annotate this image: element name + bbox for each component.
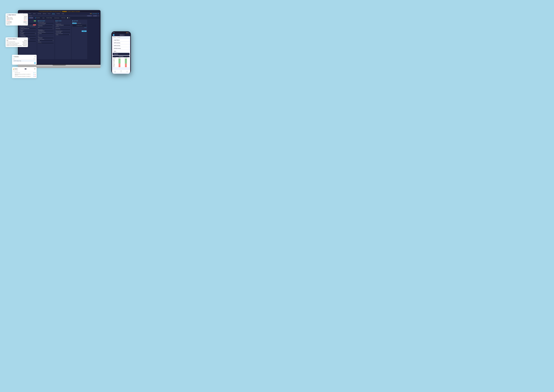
subnav-party-master[interactable]: 👥 Party Master [34,17,41,19]
phone: 17:16 📶 📡 65% ‹ Business 1 2023-24 Oct-2… [111,31,131,74]
responsible-person-value[interactable]: SUBBA RAO SIMHAGIRI [55,24,70,26]
trade-name-value[interactable]: AUTOCON ENGINEERS [38,23,54,24]
subnav-import[interactable]: ↑ Import [41,17,45,19]
designation-value[interactable] [55,27,70,28]
table-row: Liability (GSTR3B) 41617.24 [7,18,27,20]
ledger-card-header: 📊 Ledger Balances As On 31-10 [7,14,27,15]
badge-due: Due [119,64,120,65]
help-icon[interactable]: ? [98,15,99,16]
gstin-value[interactable]: 29APPPS006TP1Z7 [38,30,54,32]
phone-screen: ‹ Business 1 2023-24 Oct-2023 Ledger Bal… [112,34,130,74]
gst-user-id-value[interactable]: AUTOCON_ENG [55,32,70,33]
gstin-label: GSTIN (required) [38,29,54,30]
nav-itc04[interactable]: ITC-04 [48,13,51,14]
other-details-card: Other Details File No Responsible Person… [55,20,71,59]
tax-payer-type-select[interactable]: Normal▼ [55,34,70,35]
phone-time: 17:16 [113,32,115,33]
phone-menu-filing-dates[interactable]: Filing Dates ⌄ [113,53,130,55]
pan-row: PAN APPPS006TP [38,36,54,39]
choose-file-button[interactable]: Choose File [72,23,76,24]
business-type-select[interactable]: Proprietorship▼ [38,25,54,27]
update-button[interactable]: UPDATE [82,30,87,32]
phone-year-selector[interactable]: 2023-24 [113,37,117,38]
checklist-close-icon[interactable]: ✕ [34,56,36,58]
cin-value[interactable]: CIN Number [38,42,54,44]
phone-nav-tools[interactable]: ⚙ Tools [120,70,122,72]
notice-card: 🔔 Notice 3/5 ▼ Sl Description Registrati… [12,67,37,78]
subnav-bulk-download[interactable]: ↓ Bulk Download [53,17,60,19]
upload-type-select[interactable]: Both▼ [38,40,54,41]
bell-icon[interactable]: 🔔 [90,13,91,14]
phone-nav-home[interactable]: ⌂ Home [114,70,116,72]
breadcrumb-assessee[interactable]: Assessee [29,15,32,16]
nav-einvoice[interactable]: E-Invoice [56,13,60,14]
notice-check-icon[interactable]: ✓ [35,72,36,73]
status-select[interactable]: ▼ [38,28,54,29]
tools-icon: ⚙ [121,70,122,71]
pan-value[interactable]: APPPS006TP [38,37,54,39]
reg-date-value[interactable]: 01-07-2017 [38,33,54,34]
notice-minimize-icon[interactable]: ▼ [34,68,36,70]
phone-outer: 17:16 📶 📡 65% ‹ Business 1 2023-24 Oct-2… [111,31,131,74]
filing-row-aug: Aug Due Due [113,63,130,65]
turnover-card-title: 📊 Turnover Balances [7,38,17,39]
phone-back-button[interactable]: ‹ [113,34,114,36]
nav-eway[interactable]: e-Way [61,13,64,14]
phone-menu-ledger-balance[interactable]: Ledger Balance › [113,39,130,41]
alt-mobile-value[interactable]: Alternate Mobile [55,29,70,30]
nav-gstr3b[interactable]: GSTR 3B [37,13,42,14]
logo-details-title: Logo Details [72,21,87,21]
phone-nav-profile[interactable]: ↓ Profile [126,70,128,72]
reg-date-label: Registration Date (required) [38,32,54,33]
phone-menu-gstr3b-summary[interactable]: GSTR3B Summary › [113,47,130,50]
sub-nav: 📊 GSTR Dashboard 👤 Assessee 👥 Party Mast… [19,17,100,19]
business-details-title: Business Details [38,21,54,21]
state-row: State (required) Karnataka▼ [20,32,36,34]
filing-row-jun: Jun Filed Filed [113,61,130,62]
checklist-title: ☑ Checklist [13,56,19,57]
notice-info-icon2[interactable]: ℹ [33,74,35,75]
tan-value[interactable] [38,35,54,36]
preview-link[interactable]: Preview [72,27,87,28]
state-select[interactable]: Karnataka▼ [20,33,36,34]
nav-reports[interactable]: Reports [52,13,55,14]
chevron-right-icon: › [128,40,128,41]
get-filed-data-button[interactable]: Get Filed Data [113,56,130,57]
notice-up-icon[interactable]: ▲ [35,74,36,75]
subnav-mail-setup[interactable]: ✉ Mail Setup [61,17,66,19]
subnav-option-settings[interactable]: ⚙ Option Settings [46,17,53,19]
nav-gstr2[interactable]: GSTR 2 [33,13,36,14]
place-value[interactable]: Bangalore (Bangalore) Urban [20,28,36,29]
table-row: Difference 0.00 [7,23,27,25]
notice-bell-icon: 🔔 [13,68,14,70]
table-row: ITC (GSTR3B) 132668.18 [7,22,27,23]
phone-month-selector[interactable]: Oct-2023 [117,37,121,38]
mobile-value[interactable]: +91 9341445816 [20,35,36,37]
profile-icon: ↓ [127,70,127,71]
phone-menu-notice[interactable]: Notice › [113,50,130,53]
trial-cta[interactable]: Click here [62,11,67,12]
pin-value[interactable]: 560081 [20,30,36,32]
pin-label: PIN (required) [20,30,36,30]
gst-user-id-label: GSTN User ID (required) [55,31,70,31]
phone-menu-gstr2-summary[interactable]: GSTR2 Summary › [113,44,130,47]
file-no-value[interactable] [55,23,70,23]
notice-up-icon2[interactable]: ▲ [35,76,36,77]
month-selector[interactable]: Oct 2023 ▼ [93,15,97,16]
nav-gstr1[interactable]: GSTR 1 [28,13,32,14]
badge-filed4: Filed [125,60,127,61]
nav-gstr9c[interactable]: GSTR 9C [42,13,47,14]
subnav-notes[interactable]: 📝 Notes [67,17,71,19]
fy-selector[interactable]: FY 2023-24 ▼ [87,15,92,16]
phone-menu-gstr1-summary[interactable]: GSTR1 Summary › [113,42,130,44]
add-checklist-button[interactable]: + [34,62,36,64]
subnav-assessee[interactable]: 👤 Assessee [28,17,34,19]
notice-info-icon3[interactable]: ℹ [33,76,35,77]
logo-row: Logo Choose File No file chosen [72,22,87,24]
notice-info-icon[interactable]: ℹ [33,72,35,73]
avatar[interactable]: 👤 [98,13,99,14]
checklist-col-status: Status [34,58,36,59]
table-row: Liability (GSTR1) 42869.12 [7,17,27,19]
reg-date-row: Registration Date (required) 01-07-2017 [38,32,54,34]
sun-icon[interactable]: ☀ [89,13,90,14]
